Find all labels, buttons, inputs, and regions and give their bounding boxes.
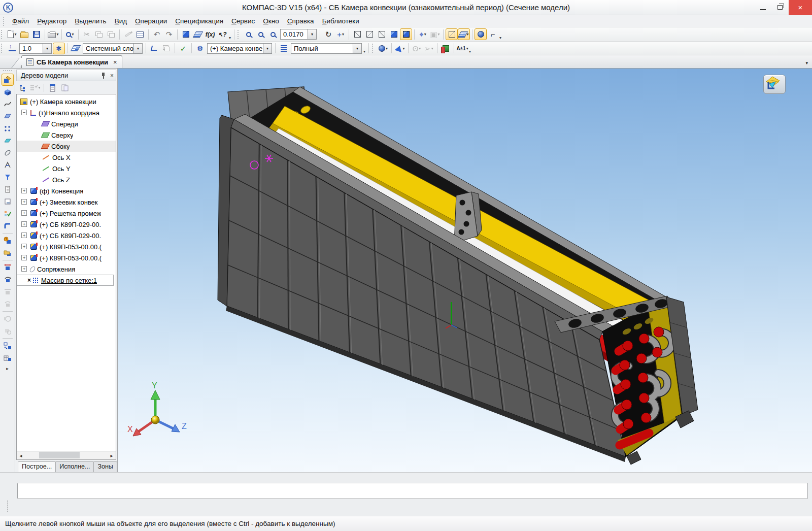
tree-item-sb-k89p-1[interactable]: + (+) СБ К89П-029-00. [17, 219, 116, 230]
detail-dropdown[interactable]: ▾ [353, 44, 361, 53]
toolbar-overflow-2[interactable]: ▾ [499, 36, 501, 40]
detail-combo[interactable]: Полный ▾ [291, 43, 362, 54]
sheet-metal-button[interactable] [2, 220, 14, 232]
specification-button[interactable] [2, 183, 14, 195]
expand-toggle[interactable]: + [21, 188, 27, 193]
oriented-dimension-button[interactable]: ⌐ [487, 28, 499, 40]
zoom-area-button[interactable] [243, 28, 255, 40]
document-tab-active[interactable]: СБ Камера конвекции × [21, 55, 122, 68]
refresh-view-button[interactable]: ↻ [322, 28, 334, 40]
move-component-button[interactable] [2, 261, 14, 274]
menu-libraries[interactable]: Библиотеки [318, 16, 363, 26]
arrow-tools-button[interactable]: ➢▾ [423, 43, 435, 54]
property-bar-handle[interactable] [7, 501, 10, 512]
copy-style-button[interactable] [160, 43, 173, 54]
copy-properties-button[interactable] [122, 28, 134, 40]
tree-report-button[interactable] [47, 82, 58, 93]
part-combo[interactable]: (+) Камера конве ▾ [207, 43, 272, 54]
paste-button[interactable] [105, 28, 117, 40]
save-button[interactable] [30, 28, 43, 40]
tree-item-coil[interactable]: + (+) Змеевик конвек [17, 196, 116, 208]
expand-toggle[interactable]: + [21, 221, 27, 227]
tabbar-chevron[interactable]: ▾ [805, 60, 808, 65]
new-document-button[interactable]: ▾ [6, 28, 18, 40]
array-table-button[interactable] [2, 352, 14, 364]
spring-tools-button[interactable]: ʘ▾ [411, 43, 423, 54]
zoom-selection-button[interactable] [255, 28, 267, 40]
surface-button[interactable] [2, 135, 14, 147]
context-help-button[interactable]: ↖? [216, 28, 228, 40]
texture-button[interactable]: ▾ [377, 43, 389, 54]
tree-item-assembly-root[interactable]: (+) Камера конвекции [17, 96, 116, 107]
display-shaded-button[interactable] [388, 28, 400, 40]
tree-item-top-plane[interactable]: Сверху [17, 129, 116, 141]
rotate-component-button[interactable] [2, 274, 14, 286]
menu-view[interactable]: Вид [111, 16, 131, 26]
tree-item-grid-array[interactable]: × Массив по сетке:1 [17, 275, 114, 286]
array-grid-button[interactable] [2, 340, 14, 352]
toolbar2-overflow-2[interactable]: ▾ [469, 49, 471, 54]
tree-item-grate[interactable]: + (+) Решетка промеж [17, 208, 116, 219]
scrollbar-thumb[interactable] [39, 452, 80, 458]
tree-item-sb-k89p-2[interactable]: + (+) СБ К89П-029-00. [17, 230, 116, 241]
quick-orientation-button[interactable] [763, 75, 786, 94]
tree-filter-button[interactable]: ▾ [29, 82, 41, 93]
undo-button[interactable]: ↶ [151, 28, 163, 40]
add-from-file-button[interactable] [2, 247, 14, 259]
collapse-toggle[interactable]: − [21, 110, 27, 115]
message-field[interactable] [17, 483, 808, 499]
tree-composition-button[interactable] [59, 82, 71, 93]
display-shaded-edges-button[interactable] [400, 28, 412, 40]
open-button[interactable] [18, 28, 30, 40]
toolbar-overflow[interactable]: ▾ [229, 36, 231, 40]
tree-item-axis-z[interactable]: Ось Z [17, 174, 116, 185]
move-disabled-button[interactable] [2, 286, 14, 298]
redo-button[interactable]: ↷ [163, 28, 175, 40]
menu-file[interactable]: Файл [8, 16, 33, 26]
menu-specification[interactable]: Спецификация [171, 16, 227, 26]
tab-versions[interactable]: Исполне... [55, 461, 94, 472]
add-component-button[interactable] [2, 235, 14, 247]
check-tree-button[interactable] [2, 208, 14, 220]
expand-toggle[interactable]: + [21, 233, 27, 238]
tree-horizontal-scrollbar[interactable]: ◂ ▸ [16, 451, 116, 460]
scroll-right-arrow[interactable]: ▸ [108, 453, 116, 458]
points-button[interactable] [2, 122, 14, 135]
snap-button[interactable]: ✱ [53, 43, 65, 54]
spline-button[interactable] [2, 98, 14, 110]
tree-item-side-plane[interactable]: Сбоку [17, 141, 116, 152]
menu-window[interactable]: Окно [259, 16, 283, 26]
tree-item-front-plane[interactable]: Спереди [17, 118, 116, 129]
menu-select[interactable]: Выделить [71, 16, 110, 26]
tree-item-origin[interactable]: − (т)Начало координа [17, 107, 116, 118]
tolerance-button[interactable]: A±1▾ [456, 43, 468, 54]
drawing-frame-button[interactable] [2, 195, 14, 208]
layer-combo[interactable]: Системный слой ( ▾ [83, 43, 143, 54]
solid-tools-button[interactable]: ▾ [394, 43, 406, 54]
tree-item-axis-y[interactable]: Ось Y [17, 163, 116, 174]
reference-book-button[interactable] [439, 43, 452, 54]
rotate-model-button[interactable] [475, 28, 487, 40]
layer-dropdown[interactable]: ▾ [133, 44, 142, 53]
scale-combo[interactable]: 0.0170 ▾ [280, 29, 317, 40]
pin-icon[interactable] [101, 73, 106, 79]
menu-operations[interactable]: Операции [131, 16, 171, 26]
expand-toggle[interactable]: + [21, 244, 27, 249]
collision-button[interactable] [2, 325, 14, 337]
section-view-button[interactable]: ▾ [458, 28, 470, 40]
scale-dropdown[interactable]: ▾ [308, 29, 316, 39]
tree-item-k89p-053-1[interactable]: + (+) К89П-053-00.00.( [17, 241, 116, 252]
minimize-button[interactable] [754, 0, 771, 15]
expand-toggle[interactable]: + [21, 199, 27, 205]
pan-button[interactable]: +▾ [334, 28, 347, 40]
tab-zones[interactable]: Зоны [93, 461, 117, 472]
close-button[interactable]: × [789, 0, 812, 15]
tree-structure-button[interactable] [17, 82, 28, 93]
measure-button[interactable] [2, 159, 14, 171]
edit-model-button[interactable] [2, 74, 14, 86]
hide-objects-button[interactable]: ▣▾ [429, 28, 441, 40]
display-hidden-lines-button[interactable] [363, 28, 376, 40]
variables-button[interactable] [192, 28, 204, 40]
step-button[interactable] [6, 43, 18, 54]
tree-item-mates[interactable]: + Сопряжения [17, 263, 116, 275]
